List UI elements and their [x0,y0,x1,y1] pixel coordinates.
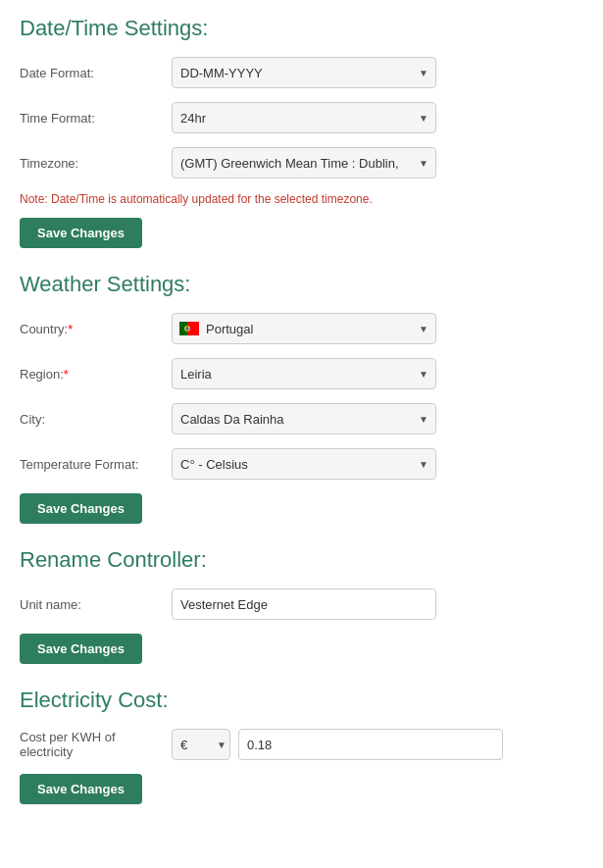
time-format-row: Time Format: 24hr 12hr [20,102,583,133]
region-row: Region:* Leiria Lisboa Porto [20,358,583,389]
country-select-wrapper[interactable]: Portugal United Kingdom Spain France [172,313,436,344]
cost-label: Cost per KWH of electricity [20,730,172,759]
city-row: City: Caldas Da Rainha Leiria Nazaré [20,403,583,434]
country-required: * [68,322,73,336]
timezone-select-wrapper[interactable]: (GMT) Greenwich Mean Time : Dublin, [172,147,436,179]
cost-input[interactable] [238,729,503,760]
region-required: * [64,367,69,382]
time-format-select[interactable]: 24hr 12hr [172,102,436,133]
city-select-wrapper[interactable]: Caldas Da Rainha Leiria Nazaré [172,403,436,434]
weather-title: Weather Settings: [20,272,583,297]
cost-row: Cost per KWH of electricity € $ £ [20,729,583,760]
datetime-section: Date/Time Settings: Date Format: DD-MM-Y… [20,16,583,248]
date-format-select-wrapper[interactable]: DD-MM-YYYY MM-DD-YYYY YYYY-MM-DD [172,57,436,88]
country-row: Country:* Portugal United Kingdom Spain … [20,313,583,344]
unit-name-input[interactable] [172,588,436,620]
rename-save-button[interactable]: Save Changes [20,634,142,664]
datetime-save-button[interactable]: Save Changes [20,218,142,248]
city-select[interactable]: Caldas Da Rainha Leiria Nazaré [172,403,436,434]
electricity-title: Electricity Cost: [20,688,583,713]
timezone-row: Timezone: (GMT) Greenwich Mean Time : Du… [20,147,583,179]
region-label: Region:* [20,367,172,382]
region-select[interactable]: Leiria Lisboa Porto [172,358,436,389]
temp-format-label: Temperature Format: [20,457,172,472]
unit-name-row: Unit name: [20,588,583,620]
currency-select-wrapper[interactable]: € $ £ [172,729,230,760]
date-format-label: Date Format: [20,66,172,80]
temp-format-row: Temperature Format: C° - Celsius F° - Fa… [20,448,583,480]
time-format-select-wrapper[interactable]: 24hr 12hr [172,102,436,133]
electricity-save-button[interactable]: Save Changes [20,774,142,804]
city-label: City: [20,412,172,427]
timezone-select[interactable]: (GMT) Greenwich Mean Time : Dublin, [172,147,436,179]
date-format-select[interactable]: DD-MM-YYYY MM-DD-YYYY YYYY-MM-DD [172,57,436,88]
region-select-wrapper[interactable]: Leiria Lisboa Porto [172,358,436,389]
timezone-label: Timezone: [20,156,172,171]
electricity-section: Electricity Cost: Cost per KWH of electr… [20,688,583,804]
currency-select[interactable]: € $ £ [172,729,230,760]
rename-title: Rename Controller: [20,547,583,573]
temp-format-select[interactable]: C° - Celsius F° - Fahrenheit [172,448,436,480]
date-format-row: Date Format: DD-MM-YYYY MM-DD-YYYY YYYY-… [20,57,583,88]
country-select[interactable]: Portugal United Kingdom Spain France [172,313,436,344]
weather-section: Weather Settings: Country:* Portugal Uni… [20,272,583,524]
weather-save-button[interactable]: Save Changes [20,493,142,524]
country-label: Country:* [20,322,172,336]
rename-section: Rename Controller: Unit name: Save Chang… [20,547,583,664]
time-format-label: Time Format: [20,111,172,126]
datetime-note: Note: Date/Time is automatically updated… [20,192,583,206]
datetime-title: Date/Time Settings: [20,16,583,41]
temp-format-select-wrapper[interactable]: C° - Celsius F° - Fahrenheit [172,448,436,480]
unit-name-label: Unit name: [20,597,172,612]
